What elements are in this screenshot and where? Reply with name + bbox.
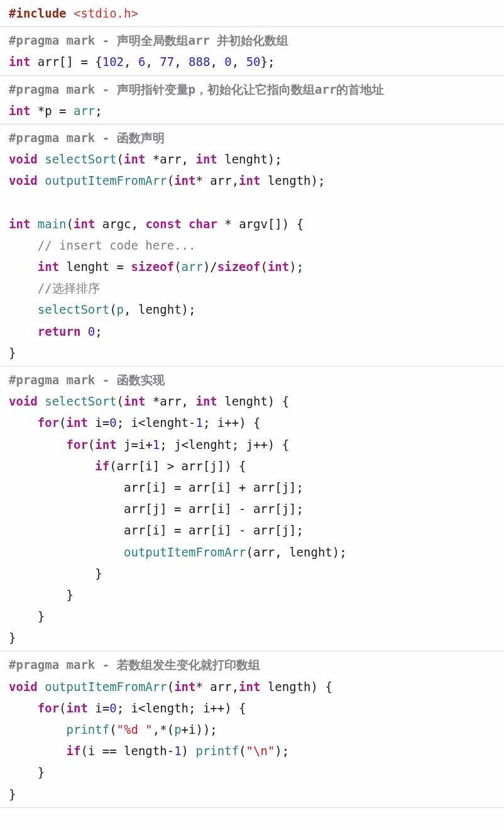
code-text <box>9 744 67 758</box>
fn-printf: printf <box>67 722 110 736</box>
type-int: int <box>74 217 95 231</box>
kw-if: if <box>95 459 109 473</box>
fn-selectSort: selectSort <box>45 152 116 166</box>
code-text: ( <box>260 260 267 274</box>
num-literal: 0 <box>109 416 116 429</box>
code-text: , <box>232 55 246 69</box>
code-text <box>80 324 87 338</box>
code-text: ( <box>167 680 174 694</box>
code-text: ( <box>109 722 116 736</box>
code-text <box>38 680 45 694</box>
code-text: (i == length- <box>80 744 174 758</box>
code-text: * arr, <box>195 680 239 694</box>
code-text: ( <box>59 416 66 429</box>
code-text: } <box>9 631 16 645</box>
code-text: } <box>9 567 102 580</box>
code-text: ( <box>109 302 116 316</box>
kw-void: void <box>9 394 38 408</box>
kw-for: for <box>38 701 59 715</box>
code-text: ( <box>174 260 181 274</box>
code-text: }; <box>261 55 275 69</box>
code-block-2: #pragma mark - 声明全局数组arr 并初始化数组 int arr[… <box>0 26 504 75</box>
fn-call: outputItemFromArr <box>124 545 246 559</box>
code-text <box>9 260 38 274</box>
num-literal: 102 <box>102 55 124 69</box>
kw-return: return <box>38 324 81 338</box>
code-text <box>9 324 38 338</box>
type-int: int <box>268 260 289 274</box>
code-text: ,*( <box>153 722 174 736</box>
type-int: int <box>67 701 88 715</box>
code-text <box>182 217 189 231</box>
code-text: ); <box>275 744 289 758</box>
code-text <box>9 238 38 252</box>
type-int: int <box>95 438 116 451</box>
type-char: char <box>189 217 217 231</box>
fn-selectSort: selectSort <box>45 394 116 408</box>
num-literal: 0 <box>224 55 231 69</box>
code-text: } <box>9 609 45 623</box>
var-arr: arr <box>74 104 95 118</box>
code-text: +i)); <box>182 722 217 736</box>
var-p: p <box>174 722 181 736</box>
code-text <box>9 416 38 429</box>
type-int: int <box>174 680 195 694</box>
kw-const: const <box>145 217 181 231</box>
code-text: ; i<lenght- <box>117 416 196 429</box>
kw-void: void <box>9 680 38 694</box>
type-int: int <box>9 217 30 231</box>
fn-main: main <box>38 217 67 231</box>
code-text: arr[j] = arr[i] - arr[j]; <box>9 502 304 516</box>
fn-output: outputItemFromArr <box>45 174 167 187</box>
code-text: *arr, <box>145 394 195 408</box>
code-text <box>38 394 45 408</box>
code-text: ( <box>88 438 95 451</box>
code-text: ( <box>67 217 74 231</box>
code-text: i= <box>88 701 109 715</box>
code-block-6: #pragma mark - 若数组发生变化就打印数组 void outputI… <box>0 651 504 807</box>
code-text: ) <box>182 744 196 758</box>
type-int: int <box>239 680 260 694</box>
kw-sizeof: sizeof <box>131 260 174 274</box>
code-text: } <box>9 765 45 779</box>
fn-printf: printf <box>195 744 239 758</box>
type-int: int <box>67 416 88 429</box>
code-text: argc, <box>95 217 145 231</box>
code-text: *p = <box>30 104 74 118</box>
fn-output: outputItemFromArr <box>45 680 167 694</box>
code-block-1: #include <stdio.h> <box>0 0 504 27</box>
code-block-5: #pragma mark - 函数实现 void selectSort(int … <box>0 366 504 651</box>
kw-if: if <box>67 744 81 758</box>
code-text: lenght = <box>59 260 131 274</box>
code-text: arr[i] = arr[i] + arr[j]; <box>9 480 304 494</box>
comment: //选择排序 <box>38 281 100 295</box>
pragma-comment: #pragma mark - 若数组发生变化就打印数组 <box>9 658 260 672</box>
code-text: } <box>9 588 74 602</box>
code-text <box>9 438 67 451</box>
code-text <box>38 174 45 187</box>
num-literal: 888 <box>189 55 210 69</box>
cpp-include-path: <stdio.h> <box>74 6 138 20</box>
code-text: *arr, <box>145 152 195 166</box>
kw-sizeof: sizeof <box>217 260 261 274</box>
pragma-comment: #pragma mark - 声明全局数组arr 并初始化数组 <box>9 33 288 47</box>
code-text: ; <box>95 104 102 118</box>
code-text <box>38 152 45 166</box>
type-int: int <box>174 174 195 187</box>
type-int: int <box>124 394 145 408</box>
kw-for: for <box>67 438 88 451</box>
cpp-include-directive: #include <box>9 6 74 20</box>
code-text: ( <box>117 152 124 166</box>
num-literal: 1 <box>153 438 160 451</box>
code-text: , lenght); <box>124 302 195 316</box>
code-text <box>9 459 95 473</box>
code-text: i= <box>88 416 109 429</box>
var-p: p <box>117 302 124 316</box>
code-text: ( <box>239 744 246 758</box>
code-text: arr[] = { <box>30 55 102 69</box>
code-text: )/ <box>203 260 217 274</box>
code-text: } <box>9 346 16 360</box>
code-text <box>9 701 38 715</box>
code-text: , <box>124 55 138 69</box>
code-text: ); <box>289 260 304 274</box>
